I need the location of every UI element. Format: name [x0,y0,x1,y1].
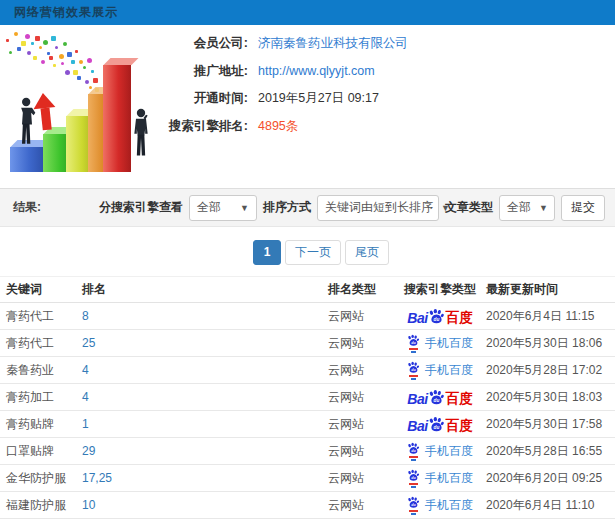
confetti-dot [51,36,56,41]
window-title-bar: 网络营销效果展示 [0,0,615,25]
cell-rank-type: 云网站 [328,335,394,352]
confetti-dot [59,54,64,59]
promo-url-link[interactable]: http://www.qlyyjt.com [258,64,375,78]
confetti-dot [6,39,9,42]
keyword-rank-table: 关键词 排名 排名类型 搜索引擎类型 最新更新时间 膏药代工 8 云网站 Bai… [0,276,615,520]
cell-rank-link[interactable]: 4 [82,390,328,404]
confetti-dot [31,42,34,45]
confetti-dot [63,42,67,46]
confetti-dot [53,64,56,67]
confetti-dot [71,60,75,64]
confetti-dot [73,70,78,75]
confetti-dot [77,76,81,80]
confetti-dot [47,52,50,55]
sort-filter-select[interactable]: 关键词由短到长排序 ▼ [317,195,439,221]
article-filter-value: 全部 [507,199,531,216]
confetti-dot [35,36,40,41]
cell-engine: Bai du 百度 [394,442,486,461]
cell-keyword: 膏药加工 [0,389,82,406]
engine-filter-value: 全部 [197,199,221,216]
rank-count-label: 搜索引擎排名: [160,118,248,135]
mobile-baidu-logo: du 手机百度 [407,334,473,353]
page-title: 网络营销效果展示 [14,5,118,19]
next-page-button[interactable]: 下一页 [285,240,341,265]
confetti-dot [83,66,86,69]
cell-updated: 2020年5月30日 18:03 [486,389,615,406]
header-rank-type: 排名类型 [328,281,394,298]
confetti-dot [49,56,53,60]
confetti-dot [87,58,92,63]
cell-rank-link[interactable]: 10 [82,498,328,512]
info-section: 会员公司: 济南秦鲁药业科技有限公司 推广地址: http://www.qlyy… [0,25,615,188]
cell-engine: Bai du 百度 [394,416,486,433]
cell-keyword: 口罩贴牌 [0,443,82,460]
bar-chart-illustration [2,27,172,179]
engine-filter-label: 分搜索引擎查看 [99,199,183,216]
mobile-baidu-logo: du 手机百度 [407,496,473,515]
confetti-dot [39,46,42,49]
svg-text:du: du [411,341,416,345]
cell-keyword: 福建防护服 [0,497,82,514]
table-row: 口罩贴牌 29 云网站 Bai du 百度 [0,438,615,465]
cell-rank-type: 云网站 [328,470,394,487]
result-filter-bar: 结果: 分搜索引擎查看 全部 ▼ 排序方式 关键词由短到长排序 ▼ 文章类型 全… [0,188,615,227]
chevron-down-icon: ▼ [232,203,249,213]
cell-rank-link[interactable]: 8 [82,309,328,323]
confetti-dot [85,80,89,84]
baidu-logo: Bai du 百度 [407,389,472,406]
submit-button[interactable]: 提交 [561,195,605,221]
header-engine-type: 搜索引擎类型 [394,281,486,298]
confetti-dot [91,70,94,73]
cell-rank-type: 云网站 [328,443,394,460]
cell-rank-link[interactable]: 17,25 [82,471,328,485]
engine-filter-select[interactable]: 全部 ▼ [189,195,257,221]
mobile-baidu-logo: du 手机百度 [407,361,473,380]
cell-rank-type: 云网站 [328,362,394,379]
svg-text:du: du [433,317,439,322]
table-header-row: 关键词 排名 排名类型 搜索引擎类型 最新更新时间 [0,276,615,303]
confetti-dot [61,62,64,65]
cell-rank-link[interactable]: 4 [82,363,328,377]
cell-updated: 2020年6月4日 11:15 [486,308,615,325]
confetti-dot [75,50,78,53]
field-open-time: 开通时间: 2019年5月27日 09:17 [160,89,610,108]
article-filter-select[interactable]: 全部 ▼ [499,195,555,221]
result-label: 结果: [13,199,41,216]
mobile-baidu-paw-icon: du [407,442,420,461]
cell-updated: 2020年5月28日 16:55 [486,443,615,460]
cell-updated: 2020年5月28日 17:02 [486,362,615,379]
header-rank: 排名 [82,281,328,298]
cell-engine: Bai du 百度 [394,469,486,488]
confetti-dot [14,32,18,36]
page-button-1[interactable]: 1 [253,240,281,265]
open-time-label: 开通时间: [160,90,248,107]
field-rank-count: 搜索引擎排名: 4895条 [160,117,610,136]
sort-filter-value: 关键词由短到长排序 [325,199,433,216]
last-page-button[interactable]: 尾页 [345,240,389,265]
cell-rank-link[interactable]: 1 [82,417,328,431]
confetti-dot [41,60,45,64]
sort-filter-label: 排序方式 [263,199,311,216]
cell-rank-link[interactable]: 25 [82,336,328,350]
confetti-dot [25,34,30,39]
confetti-dot [9,51,12,54]
cell-updated: 2020年6月4日 11:10 [486,497,615,514]
header-keyword: 关键词 [0,281,82,298]
cell-engine: Bai du 百度 [394,361,486,380]
cell-rank-type: 云网站 [328,308,394,325]
field-promo-url: 推广地址: http://www.qlyyjt.com [160,62,610,81]
cell-engine: Bai du 百度 [394,308,486,325]
cell-engine: Bai du 百度 [394,389,486,406]
table-row: 膏药贴牌 1 云网站 Bai du 百度 [0,411,615,438]
illustration-bar-red [103,65,131,172]
cell-rank-link[interactable]: 29 [82,444,328,458]
confetti-dot [33,56,37,60]
pagination: 1 下一页 尾页 [0,227,615,276]
confetti-dot [21,41,26,46]
field-member-company: 会员公司: 济南秦鲁药业科技有限公司 [160,34,610,53]
promo-url-label: 推广地址: [160,63,248,80]
cell-updated: 2020年5月30日 18:06 [486,335,615,352]
table-row: 秦鲁药业 4 云网站 Bai du 百度 [0,357,615,384]
cell-keyword: 膏药贴牌 [0,416,82,433]
member-company-link[interactable]: 济南秦鲁药业科技有限公司 [258,35,408,52]
